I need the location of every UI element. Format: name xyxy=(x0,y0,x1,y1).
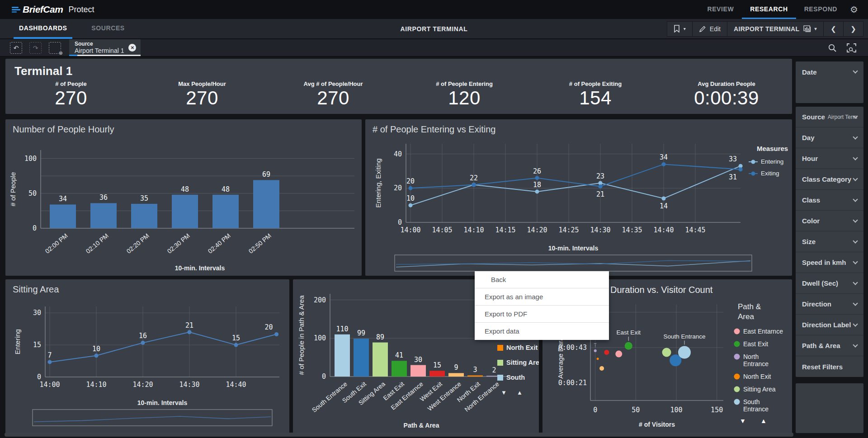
bar[interactable] xyxy=(429,371,445,377)
data-point[interactable] xyxy=(409,186,413,190)
data-point[interactable] xyxy=(535,176,539,180)
scatter-point[interactable] xyxy=(599,366,604,371)
sidebar-filter-speed-in-kmh[interactable]: Speed in kmh xyxy=(796,252,863,273)
legend-item[interactable]: Entering xyxy=(749,158,783,165)
svg-text:10: 10 xyxy=(92,345,100,353)
bar[interactable] xyxy=(354,339,369,377)
sidebar-filter-date[interactable]: Date xyxy=(796,61,863,82)
sidebar-filter-class[interactable]: Class xyxy=(796,190,863,211)
tab-dashboards[interactable]: DASHBOARDS xyxy=(14,19,72,39)
bar[interactable] xyxy=(467,375,483,377)
remove-filter-icon[interactable]: ✕ xyxy=(128,44,136,52)
sidebar-filter-direction[interactable]: Direction xyxy=(796,294,863,315)
bar[interactable] xyxy=(172,195,198,228)
menu-item-export-as-an-image[interactable]: Export as an image xyxy=(475,288,609,306)
scatter-point[interactable] xyxy=(678,346,691,359)
data-point[interactable] xyxy=(662,197,666,201)
sidebar-filter-class-category[interactable]: Class Category xyxy=(796,169,863,190)
sidebar-filter-hour[interactable]: Hour xyxy=(796,148,863,169)
bar[interactable] xyxy=(131,204,157,228)
bar[interactable] xyxy=(90,203,117,228)
legend-item[interactable]: North Exit xyxy=(506,344,538,351)
data-point[interactable] xyxy=(535,189,539,193)
source-filter-chip[interactable]: Source Airport Terminal 1 ✕ xyxy=(69,39,141,56)
sidebar-filter-dwell-sec-[interactable]: Dwell (Sec) xyxy=(796,273,863,294)
bar[interactable] xyxy=(448,373,464,377)
data-point[interactable] xyxy=(188,330,192,334)
legend-scroll-up[interactable]: ▲ xyxy=(760,417,767,424)
kpi-summary-panel: Terminal 1 # of People270Max People/Hour… xyxy=(5,59,792,114)
filter-label: Day xyxy=(802,134,815,141)
menu-item-export-to-pdf[interactable]: Export to PDF xyxy=(475,306,609,323)
bar[interactable] xyxy=(335,334,350,377)
data-point[interactable] xyxy=(409,203,413,207)
menu-item-export-data[interactable]: Export data xyxy=(475,323,609,340)
top-nav-research[interactable]: RESEARCH xyxy=(742,0,796,19)
previous-dashboard-button[interactable]: ❮ xyxy=(824,21,844,37)
next-dashboard-button[interactable]: ❯ xyxy=(844,21,863,37)
data-point[interactable] xyxy=(599,184,603,188)
bar[interactable] xyxy=(392,361,407,377)
svg-text:40: 40 xyxy=(394,150,402,158)
sidebar-filter-day[interactable]: Day xyxy=(796,127,863,148)
data-point[interactable] xyxy=(234,343,238,347)
bar[interactable] xyxy=(50,204,76,228)
menu-item-back[interactable]: Back xyxy=(475,271,609,288)
data-point[interactable] xyxy=(662,162,666,166)
tab-sources[interactable]: SOURCES xyxy=(86,19,130,39)
chart-canvas[interactable]: 14:0014:0514:1014:1514:2014:2514:3014:35… xyxy=(365,137,792,276)
data-point[interactable] xyxy=(739,167,743,171)
top-nav-respond[interactable]: RESPOND xyxy=(796,0,845,19)
bar[interactable] xyxy=(212,195,239,228)
edit-button[interactable]: Edit xyxy=(693,21,727,37)
scatter-point[interactable] xyxy=(597,358,599,360)
redo-filter-button[interactable]: ↷ xyxy=(29,42,42,54)
data-point[interactable] xyxy=(48,360,52,364)
scatter-point[interactable] xyxy=(615,351,622,358)
scatter-point[interactable] xyxy=(604,350,609,355)
legend-scroll-down[interactable]: ▼ xyxy=(740,417,746,424)
bar[interactable] xyxy=(373,343,388,377)
scatter-point[interactable] xyxy=(662,348,671,357)
bar[interactable] xyxy=(410,365,426,377)
legend-item[interactable]: SouthEntrance xyxy=(734,398,769,413)
sidebar-filter-color[interactable]: Color xyxy=(796,211,863,231)
legend-item[interactable]: East Exit xyxy=(734,340,769,348)
sidebar-filter-reset-filters[interactable]: Reset Filters xyxy=(796,356,863,377)
top-nav-review[interactable]: REVIEW xyxy=(699,0,742,19)
scatter-point[interactable] xyxy=(625,342,632,350)
legend-item[interactable]: Exiting xyxy=(749,170,779,177)
chart-panel-entering-exiting: # of People Entering vs Exiting14:0014:0… xyxy=(365,119,792,276)
chart-canvas[interactable]: 0501003402:00 PM3602:10 PM3502:20 PM4802… xyxy=(5,137,362,275)
sidebar-filter-path-area[interactable]: Path & Area xyxy=(796,335,863,356)
data-point[interactable] xyxy=(94,353,99,358)
data-point[interactable] xyxy=(472,183,476,187)
legend-item[interactable]: Sitting Area xyxy=(506,359,539,366)
legend-scroll-down[interactable]: ▼ xyxy=(501,389,507,396)
sidebar-filter-source[interactable]: SourceAirport Termin... xyxy=(796,107,863,127)
legend-item[interactable]: East Entarnce xyxy=(734,328,783,335)
kpi-label: Avg # of People/Hour xyxy=(268,80,399,87)
legend-item[interactable]: North Exit xyxy=(734,373,771,380)
settings-gear-icon[interactable]: ⚙ xyxy=(850,4,858,15)
legend-item[interactable]: Sitting Area xyxy=(734,386,776,393)
undo-filter-button[interactable]: ↶ xyxy=(10,42,22,54)
bar[interactable] xyxy=(253,180,279,228)
expand-selection-icon[interactable] xyxy=(847,43,856,52)
data-point[interactable] xyxy=(274,332,278,336)
horizontal-scrollbar[interactable] xyxy=(5,433,793,437)
sidebar-filter-size[interactable]: Size xyxy=(796,231,863,252)
data-point[interactable] xyxy=(141,341,145,345)
sidebar-filter-direction-label[interactable]: Direction Label xyxy=(796,315,863,335)
search-icon[interactable] xyxy=(828,43,837,52)
scatter-point[interactable] xyxy=(594,349,597,352)
legend-scroll-up[interactable]: ▲ xyxy=(517,389,523,396)
filter-label: Class Category xyxy=(802,175,851,183)
dashboard-select[interactable]: AIRPORT TERMINAL ▾ xyxy=(727,21,824,37)
chart-canvas[interactable]: 14:0014:1014:2014:3014:40015307101621152… xyxy=(5,297,289,432)
chart-navigator[interactable] xyxy=(395,255,752,271)
bookmark-button[interactable]: ▾ xyxy=(667,21,693,37)
legend-item[interactable]: NorthEntrance xyxy=(734,353,769,367)
clear-filters-button[interactable]: ⊗ xyxy=(49,42,61,54)
legend-item[interactable]: South xyxy=(506,374,525,381)
